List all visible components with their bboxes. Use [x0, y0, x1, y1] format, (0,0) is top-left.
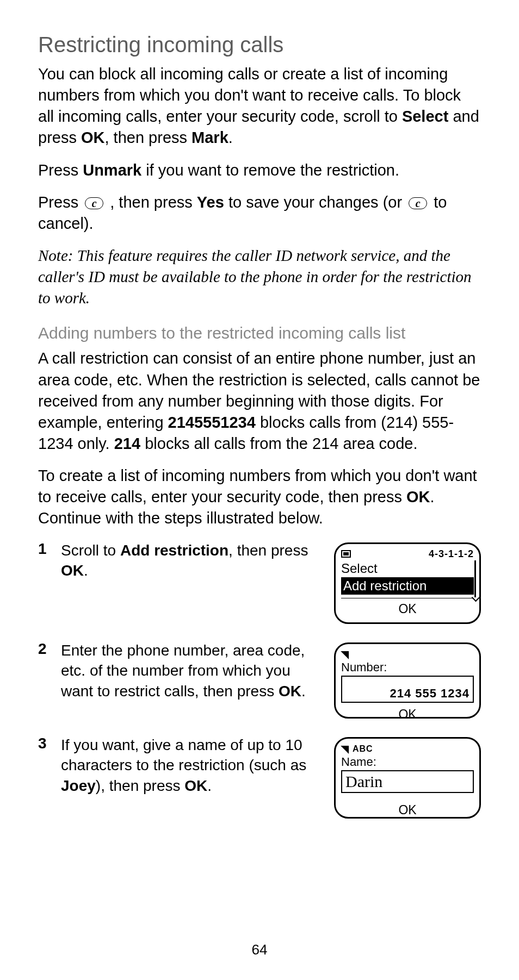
- text: Press: [38, 193, 83, 211]
- page-number: 64: [0, 941, 519, 958]
- battery-icon: [341, 550, 351, 558]
- text: .: [301, 683, 306, 700]
- kw-ok: OK: [279, 683, 301, 700]
- text: , then press: [104, 129, 191, 146]
- kw-joey: Joey: [61, 777, 96, 794]
- softkey-ok: OK: [341, 704, 474, 719]
- text: to save your changes (or: [224, 193, 406, 211]
- text: ), then press: [96, 777, 184, 794]
- step-text: If you want, give a name of up to 10 cha…: [61, 735, 324, 796]
- step-1: 1 Scroll to Add restriction, then press …: [38, 540, 481, 624]
- paragraph-create-list: To create a list of incoming numbers fro…: [38, 465, 481, 529]
- kw-yes: Yes: [197, 193, 224, 211]
- kw-mark: Mark: [191, 129, 228, 146]
- softkey-ok: OK: [341, 800, 474, 819]
- kw-ok: OK: [61, 562, 84, 579]
- scrollbar-icon: [474, 560, 476, 597]
- kw-ok: OK: [406, 488, 430, 505]
- text: , then press: [106, 193, 197, 211]
- example-number-areacode: 214: [114, 435, 140, 452]
- text: .: [228, 129, 233, 146]
- highlighted-option: Add restriction: [341, 577, 474, 595]
- phone-screen-2: ◥ Number: 214 555 1234 OK: [334, 642, 481, 719]
- step-text: Enter the phone number, area code, etc. …: [61, 640, 324, 702]
- text: if you want to remove the restriction.: [141, 161, 399, 179]
- text: .: [207, 777, 212, 794]
- name-input-value: Darin: [341, 770, 474, 793]
- phone-screen-1: 4-3-1-1-2 Select Add restriction OK: [334, 542, 481, 624]
- c-key-icon: c: [409, 197, 427, 209]
- text: .: [84, 562, 88, 579]
- number-label: Number:: [341, 660, 474, 677]
- text: Press: [38, 161, 83, 179]
- text: Enter the phone number, area code, etc. …: [61, 642, 305, 700]
- step-3: 3 If you want, give a name of up to 10 c…: [38, 735, 481, 819]
- menu-code: 4-3-1-1-2: [429, 548, 474, 560]
- kw-ok: OK: [184, 777, 207, 794]
- select-label: Select: [341, 561, 474, 576]
- input-mode-abc: ABC: [353, 744, 373, 754]
- subheading-adding-numbers: Adding numbers to the restricted incomin…: [38, 324, 481, 342]
- signal-icon: ◥: [341, 743, 349, 755]
- step-number: 2: [38, 640, 51, 658]
- paragraph-intro: You can block all incoming calls or crea…: [38, 64, 481, 149]
- paragraph-explain-restriction: A call restriction can consist of an ent…: [38, 348, 481, 454]
- step-number: 1: [38, 540, 51, 558]
- example-number-full: 2145551234: [168, 414, 256, 431]
- softkey-ok: OK: [341, 598, 474, 619]
- text: Scroll to: [61, 542, 120, 559]
- kw-select: Select: [402, 108, 448, 125]
- text: , then press: [228, 542, 308, 559]
- number-input-value: 214 555 1234: [341, 676, 474, 703]
- heading-restricting-calls: Restricting incoming calls: [38, 33, 481, 57]
- note-caller-id: Note: This feature requires the caller I…: [38, 245, 481, 309]
- signal-icon: ◥: [341, 648, 349, 660]
- kw-ok: OK: [81, 129, 105, 146]
- kw-unmark: Unmark: [83, 161, 141, 179]
- paragraph-unmark: Press Unmark if you want to remove the r…: [38, 160, 481, 181]
- c-key-icon: c: [85, 197, 103, 209]
- text: If you want, give a name of up to 10 cha…: [61, 736, 306, 774]
- kw-add-restriction: Add restriction: [120, 542, 228, 559]
- step-text: Scroll to Add restriction, then press OK…: [61, 540, 324, 582]
- text: You can block all incoming calls or crea…: [38, 65, 461, 125]
- phone-screen-3: ◥ ABC Name: Darin OK: [334, 737, 481, 819]
- step-2: 2 Enter the phone number, area code, etc…: [38, 640, 481, 719]
- paragraph-save-cancel: Press c , then press Yes to save your ch…: [38, 192, 481, 234]
- name-label: Name:: [341, 755, 474, 771]
- step-number: 3: [38, 735, 51, 752]
- text: blocks all calls from the 214 area code.: [140, 435, 417, 452]
